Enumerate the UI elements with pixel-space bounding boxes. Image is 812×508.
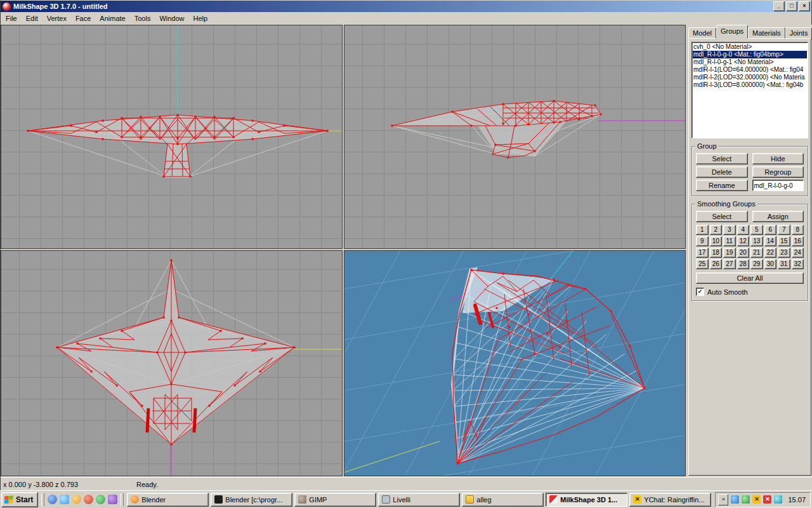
menu-window[interactable]: Window (155, 13, 188, 24)
menu-help[interactable]: Help (189, 13, 213, 24)
viewport-front[interactable] (1, 25, 343, 249)
tray-icon-3[interactable]: ✕ (752, 495, 761, 504)
list-item[interactable]: mdl_R-l-0-g-1 <No Material> (693, 58, 807, 66)
sg-button-15[interactable]: 15 (778, 236, 790, 246)
sg-button-26[interactable]: 26 (710, 259, 723, 269)
sg-button-1[interactable]: 1 (696, 225, 709, 235)
quick-launch-icon-1[interactable] (48, 495, 57, 504)
smoothing-select-button[interactable]: Select (696, 211, 748, 222)
select-button[interactable]: Select (696, 153, 748, 164)
sg-button-32[interactable]: 32 (792, 259, 804, 269)
menu-tools[interactable]: Tools (130, 13, 155, 24)
list-item[interactable]: mdlR-l-2(LOD=32.000000) <No Materia (693, 74, 807, 81)
tab-groups[interactable]: Groups (716, 25, 748, 39)
quick-launch-icon-5[interactable] (96, 495, 105, 504)
sg-button-13[interactable]: 13 (750, 236, 763, 246)
sg-button-31[interactable]: 31 (778, 259, 790, 269)
close-button[interactable]: × (799, 1, 810, 11)
quick-launch-icon-6[interactable] (108, 495, 117, 504)
clear-all-button[interactable]: Clear All (696, 272, 804, 284)
sg-button-18[interactable]: 18 (710, 248, 723, 258)
task-button-ychat[interactable]: ✕ YChat: Raingriffin... (629, 493, 711, 507)
sg-button-9[interactable]: 9 (696, 236, 709, 246)
auto-smooth-checkbox[interactable]: ✓ (696, 288, 704, 296)
sg-button-23[interactable]: 23 (778, 248, 790, 258)
list-item-selected[interactable]: mdl_R-l-0-g-0 <Mat.: fig04bmp> (693, 51, 807, 58)
smoothing-number-grid: 1 2 3 4 5 6 7 8 9 10 11 12 13 14 (696, 225, 804, 269)
sg-button-19[interactable]: 19 (723, 248, 736, 258)
sg-button-17[interactable]: 17 (696, 248, 709, 258)
sg-button-27[interactable]: 27 (723, 259, 736, 269)
start-button[interactable]: Start (1, 492, 38, 507)
sg-button-22[interactable]: 22 (764, 248, 777, 258)
taskbar-divider (41, 493, 44, 506)
sg-button-28[interactable]: 28 (737, 259, 750, 269)
viewport-3d[interactable] (344, 250, 686, 476)
sg-button-7[interactable]: 7 (778, 225, 790, 235)
minimize-button[interactable]: _ (773, 1, 785, 11)
sg-button-20[interactable]: 20 (737, 248, 750, 258)
sg-button-24[interactable]: 24 (792, 248, 804, 258)
groups-tab-page: cvh_0 <No Material> mdl_R-l-0-g-0 <Mat.:… (688, 38, 811, 476)
top-wireframe (1, 251, 342, 476)
rename-input[interactable] (752, 180, 804, 191)
sg-button-16[interactable]: 16 (792, 236, 804, 246)
list-item[interactable]: mdlR-l-3(LOD=8.000000) <Mat.: fig04b (693, 81, 807, 89)
sg-button-8[interactable]: 8 (792, 225, 804, 235)
taskbar-clock[interactable]: 15.07 (785, 496, 806, 504)
menu-face[interactable]: Face (71, 13, 95, 24)
sg-button-30[interactable]: 30 (764, 259, 777, 269)
delete-button[interactable]: Delete (696, 166, 748, 178)
quick-launch-icon-2[interactable] (60, 495, 69, 504)
sg-button-2[interactable]: 2 (710, 225, 723, 235)
smoothing-assign-button[interactable]: Assign (752, 211, 804, 222)
side-wireframe (344, 25, 685, 248)
regroup-button[interactable]: Regroup (752, 166, 804, 178)
tray-icon-2[interactable] (742, 495, 750, 504)
viewport-side[interactable] (344, 25, 686, 249)
sg-button-5[interactable]: 5 (750, 225, 763, 235)
task-button-gimp[interactable]: GIMP (294, 493, 376, 507)
menu-file[interactable]: File (1, 13, 22, 24)
quick-launch-icon-3[interactable] (72, 495, 81, 504)
sg-button-21[interactable]: 21 (750, 248, 763, 258)
milkshape-icon (549, 495, 558, 504)
title-bar[interactable]: MilkShape 3D 1.7.0 - untitled _ □ × (1, 1, 811, 12)
task-button-alleg[interactable]: alleg (462, 493, 544, 507)
quick-launch-bar (48, 495, 117, 504)
groups-list[interactable]: cvh_0 <No Material> mdl_R-l-0-g-0 <Mat.:… (691, 42, 808, 138)
task-button-blender-console[interactable]: Blender [c:\progr... (211, 493, 292, 507)
tray-chevron-icon[interactable]: « (718, 494, 728, 505)
sg-button-4[interactable]: 4 (737, 225, 750, 235)
menu-edit[interactable]: Edit (22, 13, 43, 24)
viewport-top[interactable] (1, 250, 343, 476)
sg-button-25[interactable]: 25 (696, 259, 709, 269)
sg-button-3[interactable]: 3 (723, 225, 736, 235)
folder-icon (466, 495, 474, 504)
quick-launch-icon-4[interactable] (84, 495, 93, 504)
task-button-milkshape[interactable]: MilkShape 3D 1... (546, 493, 627, 507)
sg-button-11[interactable]: 11 (723, 236, 736, 246)
sg-button-29[interactable]: 29 (750, 259, 763, 269)
rename-button[interactable]: Rename (696, 180, 748, 191)
sg-button-6[interactable]: 6 (764, 225, 777, 235)
tray-icon-4[interactable]: ✕ (763, 495, 771, 504)
menu-vertex[interactable]: Vertex (43, 13, 71, 24)
auto-smooth-label: Auto Smooth (707, 288, 748, 296)
list-item[interactable]: cvh_0 <No Material> (693, 43, 807, 51)
tray-icon-5[interactable] (774, 495, 782, 504)
status-message: Ready. (136, 481, 158, 488)
group-box: Group Select Hide Delete Regroup Rename (691, 146, 808, 196)
sg-button-10[interactable]: 10 (710, 236, 723, 246)
menu-animate[interactable]: Animate (95, 13, 129, 24)
sg-button-14[interactable]: 14 (764, 236, 777, 246)
restore-button[interactable]: □ (786, 1, 797, 11)
hide-button[interactable]: Hide (752, 153, 804, 164)
perspective-wireframe (344, 251, 685, 476)
tray-icon-1[interactable] (731, 495, 739, 504)
list-item[interactable]: mdlR-l-1(LOD=64.000000) <Mat.: fig04 (693, 66, 807, 74)
sg-button-12[interactable]: 12 (737, 236, 750, 246)
status-bar: x 0.000 y -3.800 z 0.793 Ready. (1, 477, 812, 491)
task-button-blender[interactable]: Blender (127, 493, 209, 507)
task-button-livelli[interactable]: Livelli (378, 493, 460, 507)
